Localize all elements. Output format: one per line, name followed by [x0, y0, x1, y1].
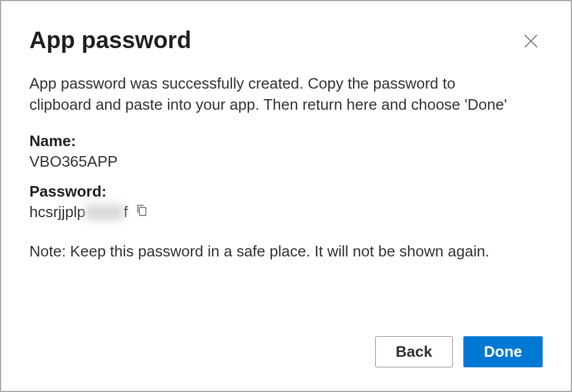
password-suffix: f	[123, 203, 127, 221]
password-prefix: hcsrjjplp	[29, 203, 85, 221]
close-icon	[523, 41, 539, 51]
password-value: hcsrjjplpxxxxxf	[29, 203, 543, 221]
dialog-header: App password	[29, 27, 543, 53]
back-button[interactable]: Back	[375, 336, 453, 367]
password-label: Password:	[29, 183, 543, 201]
copy-icon	[135, 203, 148, 221]
name-value: VBO365APP	[29, 153, 543, 171]
password-field: Password: hcsrjjplpxxxxxf	[29, 183, 543, 221]
done-button[interactable]: Done	[463, 336, 543, 367]
dialog-title: App password	[29, 27, 191, 53]
dialog-footer: Back Done	[29, 322, 543, 367]
close-button[interactable]	[519, 29, 543, 53]
name-label: Name:	[29, 132, 543, 150]
dialog-note: Note: Keep this password in a safe place…	[29, 242, 543, 261]
name-field: Name: VBO365APP	[29, 132, 543, 171]
copy-to-clipboard-button[interactable]	[135, 203, 148, 221]
dialog-description: App password was successfully created. C…	[29, 73, 511, 116]
password-redacted: xxxxx	[85, 203, 123, 221]
svg-rect-2	[139, 207, 146, 215]
password-text: hcsrjjplpxxxxxf	[29, 203, 128, 221]
